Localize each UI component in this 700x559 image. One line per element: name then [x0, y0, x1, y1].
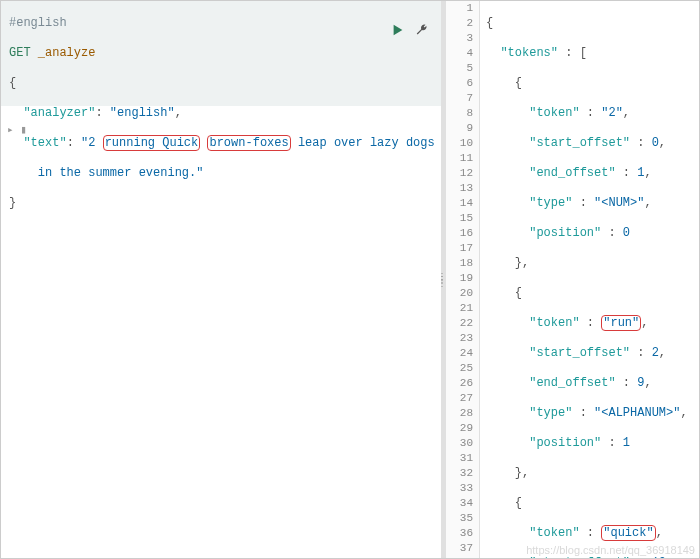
line-number: 13	[446, 181, 479, 196]
line-number: 37	[446, 541, 479, 556]
key-tokens: "tokens"	[500, 46, 558, 60]
token-quick-highlight: "quick"	[601, 525, 655, 541]
text-wrap: in the summer evening."	[38, 166, 204, 180]
line-number: 4	[446, 46, 479, 61]
line-number: 29	[446, 421, 479, 436]
key-text: "text"	[23, 136, 66, 150]
line-number: 27	[446, 391, 479, 406]
line-number: 28	[446, 406, 479, 421]
line-number: 1	[446, 1, 479, 16]
watermark-text: https://blog.csdn.net/qq_36918149	[526, 544, 695, 556]
line-number: 36	[446, 526, 479, 541]
line-number: 26	[446, 376, 479, 391]
line-number: 11	[446, 151, 479, 166]
drag-handle-icon[interactable]: ⋮⋮⋮	[437, 276, 441, 285]
line-number: 16	[446, 226, 479, 241]
line-number: 18	[446, 256, 479, 271]
line-number: 22	[446, 316, 479, 331]
highlight-running-quick: running Quick	[103, 135, 201, 151]
key-analyzer: "analyzer"	[23, 106, 95, 120]
line-number: 19	[446, 271, 479, 286]
line-number: 31	[446, 451, 479, 466]
line-number: 32	[446, 466, 479, 481]
cursor-marker: ▸ ▮	[7, 123, 27, 136]
line-number: 7	[446, 91, 479, 106]
request-editor-pane: #english GET _analyze { "analyzer": "eng…	[1, 1, 441, 559]
highlight-brown-foxes: brown-foxes	[207, 135, 290, 151]
token-0-value: "2"	[601, 106, 623, 120]
response-code[interactable]: { "tokens" : [ { "token" : "2", "start_o…	[486, 1, 700, 559]
line-number: 5	[446, 61, 479, 76]
line-number: 35	[446, 511, 479, 526]
line-number: 3	[446, 31, 479, 46]
val-analyzer: "english"	[110, 106, 175, 120]
token-run-highlight: "run"	[601, 315, 641, 331]
http-method: GET	[9, 46, 31, 60]
response-pane: 1 2 3 4 5 6 7 8 9 10 11 12 13 14 15 16 1…	[446, 1, 700, 559]
line-number: 10	[446, 136, 479, 151]
line-number: 23	[446, 331, 479, 346]
line-number: 21	[446, 301, 479, 316]
text-prefix: "2	[81, 136, 103, 150]
line-number: 15	[446, 211, 479, 226]
brace-close: }	[9, 196, 16, 210]
brace-open: {	[9, 76, 16, 90]
line-number: 12	[446, 166, 479, 181]
line-number: 34	[446, 496, 479, 511]
line-number: 14	[446, 196, 479, 211]
line-number: 2	[446, 16, 479, 31]
line-number: 30	[446, 436, 479, 451]
request-code[interactable]: #english GET _analyze { "analyzer": "eng…	[9, 1, 441, 241]
line-number: 6	[446, 76, 479, 91]
line-number-gutter: 1 2 3 4 5 6 7 8 9 10 11 12 13 14 15 16 1…	[446, 1, 480, 559]
line-number: 33	[446, 481, 479, 496]
line-number: 20	[446, 286, 479, 301]
line-number: 8	[446, 106, 479, 121]
line-number: 25	[446, 361, 479, 376]
line-number: 17	[446, 241, 479, 256]
line-number: 9	[446, 121, 479, 136]
comment-line: #english	[9, 16, 67, 30]
line-number: 24	[446, 346, 479, 361]
endpoint-path: _analyze	[38, 46, 96, 60]
